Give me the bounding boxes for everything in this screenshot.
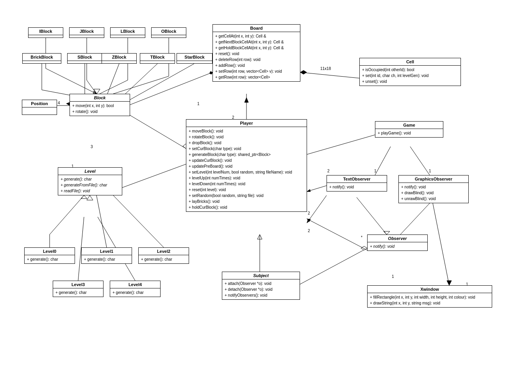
svg-marker-49 (447, 281, 452, 285)
label-2-player: 2 (232, 115, 234, 120)
method-Player-8: + setLevel(int levelNum, bool random, st… (189, 169, 304, 175)
class-Player: Player + moveBlock(): void + rotateBlock… (186, 119, 307, 212)
method-Xwindow-1: + fillRectangle(int x, int y, int width,… (370, 294, 489, 300)
class-StarBlock: StarBlock (177, 53, 212, 64)
class-name-StarBlock: StarBlock (177, 54, 212, 61)
svg-line-30 (113, 195, 164, 247)
method-Player-2: + rotateBlock(): void (189, 134, 304, 140)
class-name-Level: Level (58, 168, 122, 175)
class-methods-Block: + move(int x, int y): bool + rotate(): v… (70, 102, 130, 116)
label-star: * (361, 235, 362, 240)
svg-line-42 (400, 203, 430, 234)
class-Game: Game + playGame(): void (375, 121, 443, 138)
class-Level4: Level4 + generate(): char (110, 281, 161, 297)
svg-line-1 (46, 68, 96, 94)
label-1-game-graphics: 1 (429, 169, 431, 173)
method-Xwindow-2: + drawString(int x, int y, string msg): … (370, 300, 489, 306)
method-Board-7: + setRow(int row, vector<Cell> v): void (215, 68, 298, 74)
class-name-Position: Position (22, 100, 57, 107)
class-name-Game: Game (375, 122, 443, 129)
class-ZBlock: ZBlock (102, 53, 137, 64)
class-methods-JBlock (70, 35, 104, 38)
class-name-Level2: Level2 (139, 248, 189, 255)
class-name-ZBlock: ZBlock (102, 54, 136, 61)
svg-line-50 (307, 219, 367, 250)
class-methods-BrickBlock (23, 61, 61, 63)
method-Cell-3: + unset(): void (362, 79, 458, 84)
class-name-Player: Player (186, 120, 307, 127)
class-TextObserver: TextObserver + notify(): void (327, 175, 387, 192)
class-LBlock: LBlock (110, 27, 145, 38)
method-Board-2: + getNextBlockCellAt(int x, int y): Cell… (215, 39, 298, 45)
label-1-level: 1 (71, 164, 74, 168)
method-Player-6: + updateCurBlock(): void (189, 158, 304, 163)
class-name-GraphicsObserver: GraphicsObserver (399, 175, 468, 183)
class-Level1: Level1 + generate(): char (81, 247, 132, 264)
svg-line-40 (357, 197, 387, 234)
method-Level-3: + readFile(): void (61, 188, 120, 194)
uml-diagram: IBlock JBlock LBlock OBlock BrickBlock S… (0, 0, 532, 392)
class-JBlock: JBlock (69, 27, 104, 38)
class-name-OBlock: OBlock (152, 28, 186, 35)
class-Level2: Level2 + generate(): char (138, 247, 189, 264)
svg-line-6 (100, 80, 128, 94)
class-methods-Observer: + notify(): void (368, 242, 427, 251)
method-Block-2: + rotate(): void (72, 109, 127, 115)
method-TextObserver-1: + notify(): void (329, 184, 384, 190)
svg-marker-28 (81, 195, 87, 199)
class-TBlock: TBlock (140, 53, 175, 64)
class-name-Cell: Cell (360, 58, 461, 66)
method-Block-1: + move(int x, int y): bool (72, 103, 127, 109)
class-name-Level3: Level3 (53, 281, 103, 288)
class-Board: Board + getCellAt(int x, int y): Cell & … (212, 24, 300, 82)
class-name-SBlock: SBlock (68, 54, 102, 61)
method-Subject-3: + notifyObservers(): void (225, 292, 297, 298)
class-methods-OBlock (152, 35, 186, 38)
label-2b: 2 (308, 229, 310, 233)
class-methods-Level0: + generate(): char (25, 255, 75, 263)
class-methods-Level2: + generate(): char (139, 255, 189, 263)
svg-line-34 (307, 135, 375, 154)
method-Level3-1: + generate(): char (55, 290, 101, 295)
class-methods-Level: + generate(): char + generateFromFile():… (58, 175, 122, 195)
method-GraphicsObserver-3: + unrawBlind(): void (401, 196, 466, 202)
svg-line-37 (410, 147, 430, 175)
class-methods-TBlock (140, 61, 175, 63)
svg-line-38 (307, 186, 327, 192)
svg-line-3 (87, 80, 96, 94)
svg-line-19 (300, 72, 359, 78)
svg-line-44 (298, 248, 367, 285)
class-name-LBlock: LBlock (111, 28, 145, 35)
class-name-Block: Block (70, 94, 130, 102)
method-Level1-1: + generate(): char (84, 256, 129, 262)
class-name-Observer: Observer (368, 235, 427, 242)
class-Level3: Level3 + generate(): char (53, 281, 104, 297)
svg-line-29 (96, 195, 107, 247)
svg-line-12 (107, 64, 119, 94)
method-Observer-1: + notify(): void (370, 243, 425, 249)
method-Cell-2: + set(int id, char ch, int levelGen): vo… (362, 73, 458, 79)
svg-line-25 (122, 164, 186, 188)
label-3: 3 (91, 145, 93, 149)
class-methods-SBlock (68, 61, 102, 63)
class-methods-ZBlock (102, 61, 136, 63)
svg-line-23 (130, 115, 186, 149)
method-Board-5: + deleteRow(int row): void (215, 57, 298, 63)
class-methods-Subject: + attach(Observer *o): void + detach(Obs… (222, 279, 300, 299)
class-methods-Player: + moveBlock(): void + rotateBlock(): voi… (186, 127, 307, 211)
label-1-graphics-xwindow: 1 (466, 282, 468, 286)
class-methods-Game: + playGame(): void (375, 129, 443, 137)
method-GraphicsObserver-2: + drawBlind(): void (401, 190, 466, 196)
method-Board-3: + getHoldBlockCellAt(int x, int y): Cell… (215, 45, 298, 51)
svg-marker-41 (384, 231, 390, 234)
class-methods-Position (22, 107, 57, 115)
method-Level4-1: + generate(): char (112, 290, 158, 295)
method-Player-4: + setCurBlock(char type): void (189, 146, 304, 152)
class-name-Level1: Level1 (82, 248, 132, 255)
method-Level-2: + generateFromFile(): char (61, 182, 120, 188)
method-Level0-1: + generate(): char (27, 256, 72, 262)
class-name-TBlock: TBlock (140, 54, 175, 61)
method-Board-8: + getRow(int row): vector<Cell> (215, 74, 298, 80)
class-Observer: Observer + notify(): void (367, 234, 428, 251)
class-SBlock: SBlock (67, 53, 102, 64)
